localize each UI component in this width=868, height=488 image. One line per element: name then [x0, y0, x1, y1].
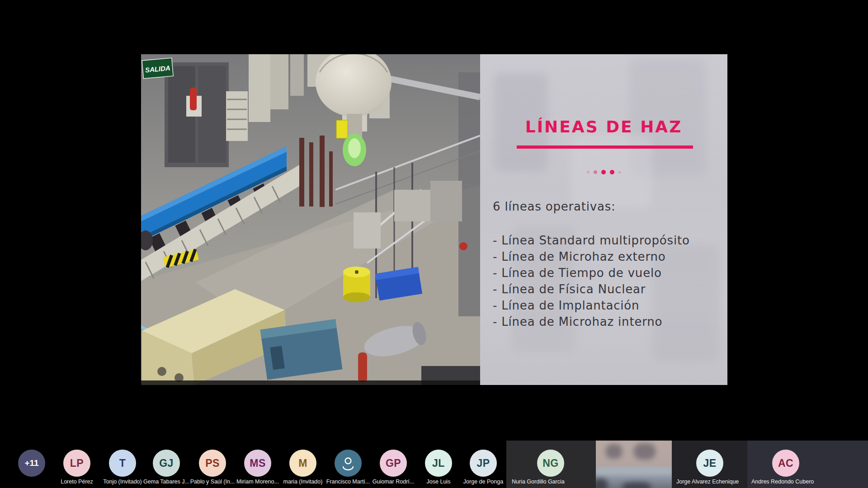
participant-avatar-pablo-saul[interactable]: PS: [199, 450, 226, 477]
slide-bullet: - Línea de Microhaz interno: [493, 314, 721, 330]
participant-avatar-jose-luis[interactable]: JL: [425, 450, 452, 477]
avatar-initials: GJ: [159, 457, 174, 469]
dot: [587, 171, 590, 174]
slide-bullet: - Línea de Física Nuclear: [493, 281, 721, 297]
participants-strip: +11LPLoreto PérezTTonjo (Invitado)GJGema…: [0, 440, 868, 488]
participant-avatar-loreto-perez[interactable]: LP: [63, 450, 90, 477]
slide-bullet: - Línea Standard multipropósito: [493, 232, 721, 249]
slide-bullet-list: - Línea Standard multipropósito- Línea d…: [493, 232, 721, 330]
participant-avatar-gema-tabares[interactable]: GJ: [153, 450, 180, 477]
avatar-initials: JP: [476, 457, 490, 469]
participant-avatar-miriam-moreno[interactable]: MS: [244, 450, 271, 477]
exit-sign: SALIDA: [142, 58, 173, 79]
participant-avatar-maria[interactable]: M: [289, 450, 316, 477]
dot: [610, 170, 614, 174]
participant-avatar-jorge-de-ponga[interactable]: JP: [470, 450, 497, 477]
participant-avatar-tonjo[interactable]: T: [109, 450, 136, 477]
avatar-initials: AC: [778, 457, 793, 469]
tile-video-preview[interactable]: [596, 441, 672, 488]
slide-bullet: - Línea de Implantación: [493, 297, 721, 314]
participant-avatar-nuria-gordillo[interactable]: NG: [537, 450, 564, 477]
lab-photo: SALIDA: [141, 54, 480, 385]
slide-bullet: - Línea de Tiempo de vuelo: [493, 265, 721, 281]
dot: [618, 171, 621, 174]
participant-avatar-andres-redondo[interactable]: AC: [772, 450, 799, 477]
avatar-initials: JL: [432, 457, 445, 469]
avatar-initials: LP: [70, 457, 84, 469]
dot: [594, 170, 597, 174]
dot: [601, 170, 606, 174]
title-underline: [517, 145, 693, 149]
participant-avatar-francisco-martin[interactable]: [335, 450, 362, 477]
person-icon: [341, 456, 355, 470]
participant-name-andres-redondo: Andres Redondo Cubero: [751, 479, 846, 485]
title-dots: [480, 170, 727, 174]
participant-avatar-guiomar-rodriguez[interactable]: GP: [380, 450, 407, 477]
slide-body-text: 6 líneas operativas: - Línea Standard mu…: [493, 200, 721, 330]
overflow-count: +11: [24, 458, 38, 468]
avatar-initials: MS: [250, 457, 266, 469]
participant-name-nuria-gordillo: Nuria Gordillo Garcia: [512, 479, 607, 485]
shared-screen-slide: SALIDA: [141, 54, 727, 385]
avatar-initials: PS: [205, 457, 220, 469]
participant-name-jorge-de-ponga: Jorge de Ponga: [449, 479, 517, 485]
avatar-initials: GP: [386, 457, 401, 469]
meeting-window: SALIDA: [0, 0, 868, 488]
avatar-initials: T: [119, 457, 126, 469]
slide-title: LÍNEAS DE HAZ: [480, 117, 727, 136]
overflow-participants-badge[interactable]: +11: [18, 450, 45, 477]
slide-bullet: - Línea de Microhaz externo: [493, 249, 721, 265]
slide-text-panel: LÍNEAS DE HAZ 6 líneas operativas: - Lín…: [480, 54, 727, 385]
participant-avatar-jorge-alvarez[interactable]: JE: [696, 450, 723, 477]
yellow-box: [336, 120, 348, 138]
yellow-cylinder: [343, 267, 370, 302]
avatar-initials: M: [298, 457, 307, 469]
slide-intro: 6 líneas operativas:: [493, 200, 721, 213]
avatar-initials: NG: [542, 457, 559, 469]
avatar-initials: JE: [703, 457, 716, 469]
teal-box: [260, 319, 343, 380]
fire-extinguisher: [190, 88, 197, 110]
